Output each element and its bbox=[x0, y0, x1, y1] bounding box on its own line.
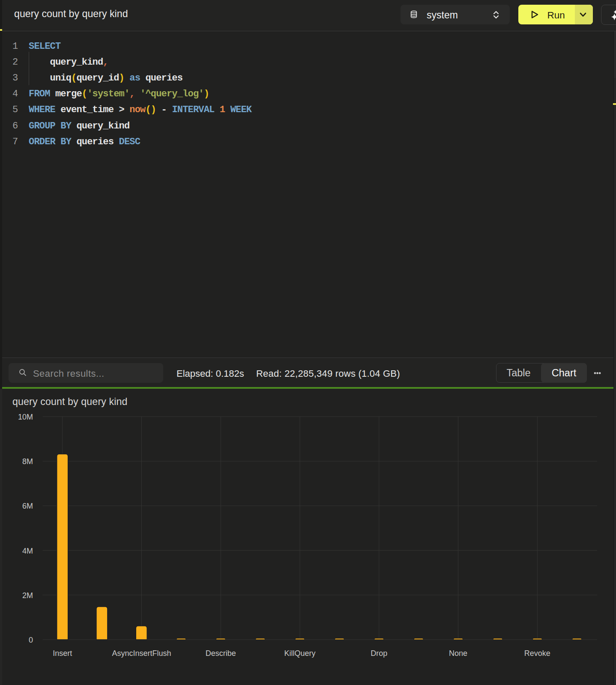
svg-text:4M: 4M bbox=[22, 547, 33, 555]
svg-text:10M: 10M bbox=[18, 413, 33, 421]
svg-text:AsyncInsertFlush: AsyncInsertFlush bbox=[112, 649, 171, 658]
svg-text:2M: 2M bbox=[22, 591, 33, 600]
svg-text:Describe: Describe bbox=[206, 649, 236, 658]
svg-text:None: None bbox=[449, 649, 467, 658]
svg-text:Insert: Insert bbox=[53, 649, 72, 658]
svg-text:Drop: Drop bbox=[371, 649, 387, 658]
svg-text:KillQuery: KillQuery bbox=[284, 649, 315, 658]
svg-text:8M: 8M bbox=[22, 457, 33, 466]
svg-text:Revoke: Revoke bbox=[524, 649, 550, 658]
svg-text:0: 0 bbox=[29, 636, 33, 644]
svg-text:6M: 6M bbox=[22, 502, 33, 510]
